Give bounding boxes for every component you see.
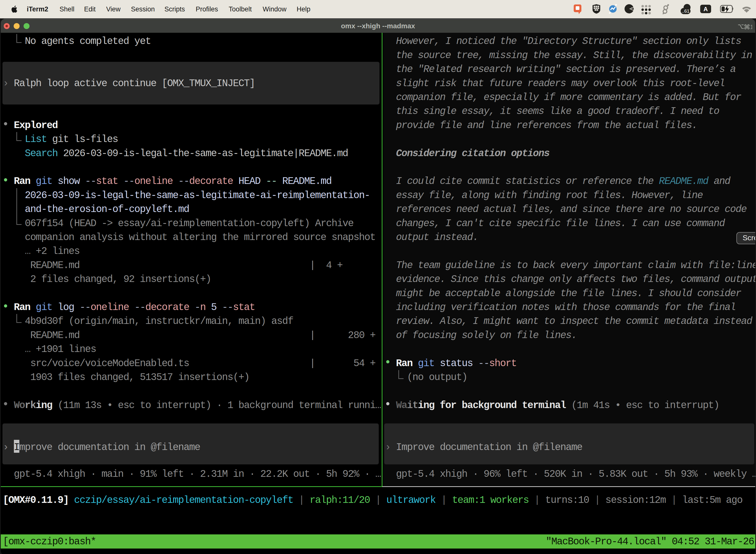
svg-text:A: A [703, 6, 708, 12]
svg-text:1: 1 [750, 24, 752, 30]
svg-text:..61: ..61 [682, 8, 690, 14]
